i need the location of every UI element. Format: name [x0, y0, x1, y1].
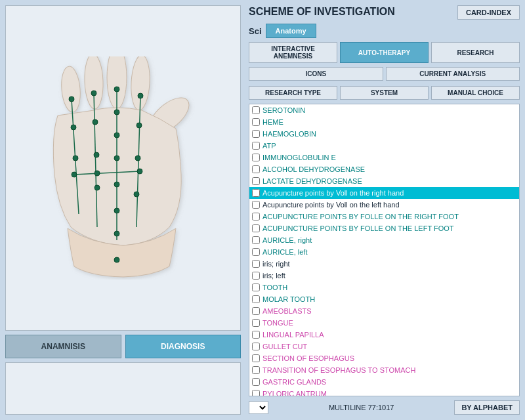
list-item[interactable]: Acupuncture points by Voll on the left h… — [249, 199, 519, 211]
list-item-checkbox[interactable] — [252, 213, 260, 220]
svg-point-11 — [114, 110, 119, 115]
list-item[interactable]: SEROTONIN — [249, 104, 519, 116]
research-button[interactable]: RESEARCH — [431, 42, 520, 63]
list-item[interactable]: Acupuncture points by Voll on the right … — [249, 187, 519, 199]
current-analysis-button[interactable]: CURRENT ANALYSIS — [386, 67, 520, 81]
auto-therapy-button[interactable]: AUTO-THERAPY — [340, 42, 429, 63]
nav-row-3: RESEARCH TYPE SYSTEM MANUAL CHOICE — [249, 86, 520, 100]
list-item-checkbox[interactable] — [252, 390, 260, 396]
list-item-checkbox[interactable] — [252, 378, 260, 386]
research-type-button[interactable]: RESEARCH TYPE — [249, 86, 337, 100]
list-item-text: GULLET CUT — [262, 343, 307, 350]
list-item-text: iris; right — [262, 260, 290, 268]
list-item[interactable]: iris; right — [249, 258, 519, 270]
card-index-button[interactable]: CARD-INDEX — [457, 5, 520, 20]
list-item[interactable]: AMEOBLASTS — [249, 305, 519, 317]
list-item-checkbox[interactable] — [252, 165, 260, 173]
list-item[interactable]: ALCOHOL DEHYDROGENASE — [249, 163, 519, 175]
list-item-checkbox[interactable] — [252, 106, 260, 114]
list-item[interactable]: GULLET CUT — [249, 341, 519, 352]
svg-point-22 — [93, 119, 98, 125]
list-item-text: LINGUAL PAPILLA — [262, 331, 324, 339]
list-item[interactable]: AURICLE, left — [249, 246, 519, 258]
list-item-checkbox[interactable] — [252, 319, 260, 327]
by-alphabet-button[interactable]: BY ALPHABET — [454, 400, 520, 415]
manual-choice-button[interactable]: MANUAL CHOICE — [431, 86, 520, 100]
top-row: Sci Anatomy — [249, 24, 520, 38]
list-item[interactable]: HAEMOGLOBIN — [249, 128, 519, 140]
interactive-anemnesis-button[interactable]: INTERACTIVE ANEMNESIS — [249, 42, 337, 63]
list-item-text: TONGUE — [262, 319, 293, 327]
svg-point-18 — [136, 123, 142, 128]
list-item[interactable]: LACTATE DEHYDROGENASE — [249, 175, 519, 187]
svg-point-31 — [114, 257, 119, 262]
list-item-text: AURICLE, left — [262, 248, 307, 256]
hand-svg — [32, 56, 215, 280]
list-item-checkbox[interactable] — [252, 224, 260, 232]
list-item[interactable]: iris; left — [249, 270, 519, 282]
anatomy-button[interactable]: Anatomy — [266, 24, 316, 38]
anamnisis-button[interactable]: ANAMNISIS — [5, 335, 121, 358]
list-item-checkbox[interactable] — [252, 331, 260, 339]
list-item-checkbox[interactable] — [252, 118, 260, 126]
list-item-checkbox[interactable] — [252, 284, 260, 291]
list-item[interactable]: IMMUNOGLOBULIN E — [249, 152, 519, 163]
list-item-text: PYLORIC ANTRUM — [262, 390, 327, 396]
list-item-checkbox[interactable] — [252, 343, 260, 350]
list-item-checkbox[interactable] — [252, 307, 260, 315]
list-item[interactable]: TRANSITION OF ESOPHAGUS TO STOMACH — [249, 364, 519, 376]
svg-point-21 — [91, 91, 96, 96]
svg-point-0 — [60, 66, 82, 113]
list-item-checkbox[interactable] — [252, 201, 260, 209]
svg-point-16 — [114, 231, 119, 236]
list-item[interactable]: AURICLE, right — [249, 234, 519, 246]
list-item[interactable]: LINGUAL PAPILLA — [249, 329, 519, 341]
list-item[interactable]: ATP — [249, 140, 519, 152]
svg-point-23 — [94, 152, 99, 158]
svg-point-14 — [114, 182, 119, 187]
list-item-text: TRANSITION OF ESOPHAGUS TO STOMACH — [262, 366, 415, 374]
list-item-checkbox[interactable] — [252, 142, 260, 150]
list-item[interactable]: PYLORIC ANTRUM — [249, 388, 519, 396]
multiline-dropdown[interactable]: ▼ — [249, 401, 268, 414]
list-item[interactable]: TONGUE — [249, 317, 519, 329]
icons-button[interactable]: ICONS — [249, 67, 383, 81]
list-item[interactable]: GASTRIC GLANDS — [249, 376, 519, 388]
list-item-text: HAEMOGLOBIN — [262, 130, 316, 138]
hand-image-container — [5, 5, 241, 331]
list-container[interactable]: SEROTONINHEMEHAEMOGLOBINATPIMMUNOGLOBULI… — [249, 104, 520, 396]
main-container: ANAMNISIS DIAGNOSIS SCHEME OF INVESTIGAT… — [0, 0, 525, 420]
list-item[interactable]: ACUPUNCTURE POINTS BY FOLLE ON THE RIGHT… — [249, 211, 519, 222]
list-item-text: AURICLE, right — [262, 236, 312, 244]
list-item-checkbox[interactable] — [252, 177, 260, 185]
list-item-text: iris; left — [262, 272, 285, 280]
list-item[interactable]: TOOTH — [249, 282, 519, 293]
list-item-checkbox[interactable] — [252, 260, 260, 268]
nav-row-2: ICONS CURRENT ANALYSIS — [249, 67, 520, 81]
list-item[interactable]: ACUPUNCTURE POINTS BY FOLLE ON THE LEFT … — [249, 222, 519, 234]
system-button[interactable]: SYSTEM — [340, 86, 429, 100]
list-item-text: Acupuncture points by Voll on the left h… — [262, 201, 400, 209]
list-item-text: ALCOHOL DEHYDROGENASE — [262, 165, 365, 173]
right-panel: SCHEME OF INVESTIGATION CARD-INDEX Sci A… — [246, 0, 525, 420]
bottom-status-row: ▼ MULTILINE 77:1017 BY ALPHABET — [249, 400, 520, 415]
list-item-checkbox[interactable] — [252, 366, 260, 374]
list-item-checkbox[interactable] — [252, 272, 260, 280]
list-item-text: GASTRIC GLANDS — [262, 378, 326, 386]
diagnosis-button[interactable]: DIAGNOSIS — [125, 335, 242, 358]
svg-point-29 — [94, 171, 100, 176]
list-item-checkbox[interactable] — [252, 295, 260, 303]
list-item-checkbox[interactable] — [252, 130, 260, 138]
list-item[interactable]: MOLAR TOOTH — [249, 293, 519, 305]
list-item-checkbox[interactable] — [252, 189, 260, 197]
list-item-checkbox[interactable] — [252, 236, 260, 244]
list-item-checkbox[interactable] — [252, 154, 260, 161]
svg-point-28 — [72, 172, 77, 177]
list-item-checkbox[interactable] — [252, 248, 260, 256]
list-item[interactable]: HEME — [249, 116, 519, 128]
notes-area — [5, 362, 241, 415]
list-item-checkbox[interactable] — [252, 354, 260, 362]
list-item-text: TOOTH — [262, 284, 287, 291]
list-item[interactable]: SECTION OF ESOPHAGUS — [249, 352, 519, 364]
svg-point-12 — [114, 133, 119, 138]
